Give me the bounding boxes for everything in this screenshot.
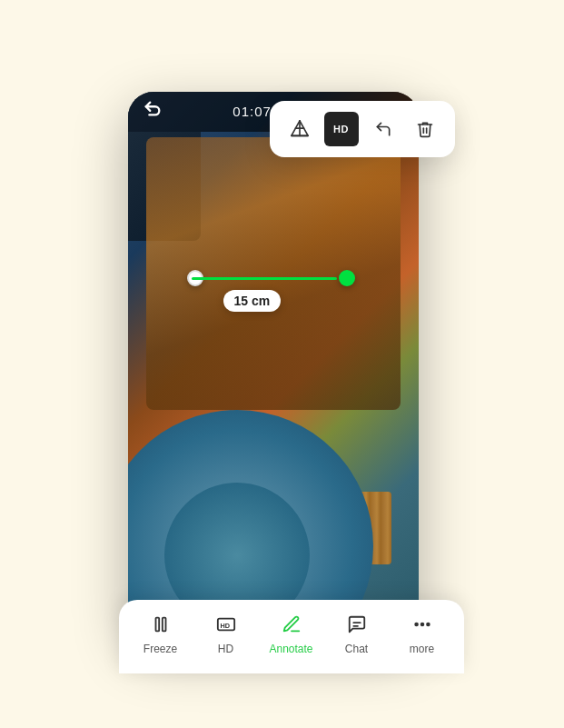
annotate-icon [282,614,302,637]
svg-rect-9 [155,617,159,631]
freeze-button[interactable]: Freeze [135,614,186,655]
ar-model-button[interactable] [282,112,317,146]
hd-button[interactable]: HD [324,112,359,146]
annotate-button[interactable]: Annotate [266,614,317,655]
toolbar-popup: HD [270,101,455,157]
back-button[interactable] [143,99,163,124]
chat-label: Chat [345,643,368,655]
measure-line-container: 15 cm [173,259,355,314]
measure-label: 15 cm [223,290,282,312]
svg-rect-10 [162,617,165,631]
more-label: more [410,643,434,655]
more-icon [412,614,432,637]
camera-view: 15 cm [128,92,419,637]
bottom-bar: Freeze HD HD Annotate [119,600,464,673]
freeze-icon [151,614,171,637]
measure-end-point[interactable] [339,270,355,286]
chat-button[interactable]: Chat [331,614,382,655]
chat-icon [347,614,367,637]
phone-container: 01:07:37 [128,55,437,673]
svg-point-17 [427,623,430,625]
svg-text:HD: HD [220,621,230,629]
hd-bottom-button[interactable]: HD HD [201,614,252,655]
undo-button[interactable] [366,112,401,146]
measurement-overlay: 15 cm [128,132,419,637]
phone-frame: 01:07:37 [128,92,419,637]
delete-button[interactable] [408,112,442,146]
more-button[interactable]: more [397,614,448,655]
annotate-label: Annotate [269,643,312,655]
freeze-label: Freeze [143,643,177,655]
measure-line [192,277,337,280]
svg-point-15 [415,623,418,625]
hd-bottom-label: HD [218,643,233,655]
svg-point-16 [421,623,423,625]
hd-bottom-icon: HD [216,614,236,637]
